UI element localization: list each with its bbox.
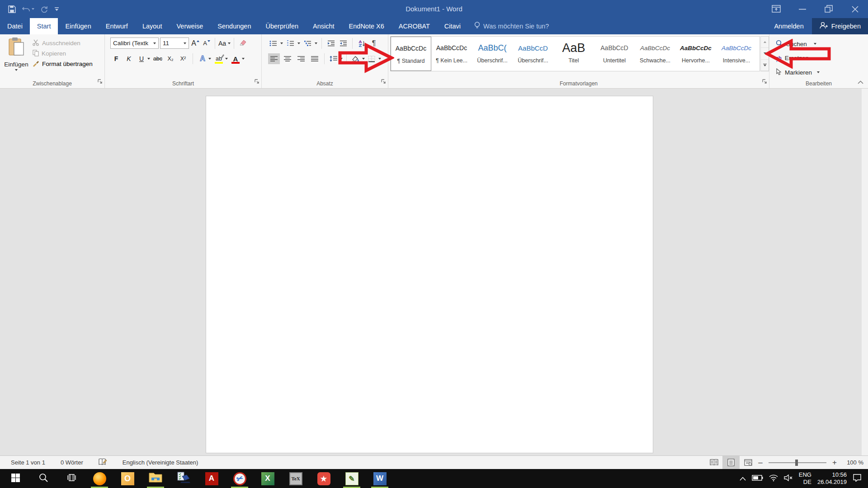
tab-citavi[interactable]: Citavi xyxy=(437,18,468,34)
task-view-button[interactable] xyxy=(61,469,82,488)
taskbar-app-excel[interactable]: X xyxy=(257,469,278,488)
schriftart-dialog-launcher-icon[interactable] xyxy=(255,78,259,86)
tab-datei[interactable]: Datei xyxy=(0,18,30,34)
tab-entwurf[interactable]: Entwurf xyxy=(99,18,135,34)
font-color-caret-icon[interactable] xyxy=(242,58,245,60)
line-spacing-icon[interactable] xyxy=(328,53,338,64)
highlight-button[interactable]: ab xyxy=(214,53,224,64)
zoom-in-button[interactable]: + xyxy=(831,458,838,467)
style-untertitel[interactable]: AaBbCcD Untertitel xyxy=(594,37,635,71)
italic-button[interactable]: K xyxy=(124,53,134,64)
superscript-button[interactable]: X² xyxy=(178,53,188,64)
print-layout-icon[interactable] xyxy=(722,456,740,469)
share-button[interactable]: Freigeben xyxy=(812,18,868,34)
tab-acrobat[interactable]: ACROBAT xyxy=(392,18,437,34)
decrease-indent-icon[interactable] xyxy=(326,38,336,49)
highlight-caret-icon[interactable] xyxy=(225,58,228,60)
word-count[interactable]: 0 Wörter xyxy=(61,459,83,466)
taskbar-app-acrobat-reader[interactable]: A xyxy=(201,469,222,488)
close-button[interactable] xyxy=(842,0,868,18)
language-status[interactable]: Englisch (Vereinigte Staaten) xyxy=(123,459,198,466)
taskbar-app-texmaker[interactable]: TeX xyxy=(285,469,307,488)
zoom-level[interactable]: 100 % xyxy=(838,459,863,466)
shrink-font-button[interactable]: A xyxy=(202,38,212,49)
action-center-icon[interactable] xyxy=(853,474,862,483)
underline-caret-icon[interactable] xyxy=(147,58,150,60)
tab-layout[interactable]: Layout xyxy=(135,18,170,34)
taskbar-app-wunderlist[interactable]: ★ xyxy=(313,469,335,488)
read-mode-icon[interactable] xyxy=(705,456,722,469)
clear-formatting-button[interactable] xyxy=(237,38,247,49)
copy-button[interactable]: Kopieren xyxy=(33,48,93,59)
style-ueberschrift-2[interactable]: AaBbCcD Überschrif... xyxy=(513,37,553,71)
sign-in-link[interactable]: Anmelden xyxy=(766,23,811,30)
start-button[interactable] xyxy=(5,469,26,488)
tray-chevron-icon[interactable] xyxy=(740,474,746,483)
restore-button[interactable] xyxy=(816,0,842,18)
document-page[interactable] xyxy=(206,96,653,453)
page-count[interactable]: Seite 1 von 1 xyxy=(11,459,45,466)
font-name-combo[interactable]: Calibri (Textk xyxy=(110,38,159,49)
style-intensive-hervorhebung[interactable]: AaBbCcDc Intensive... xyxy=(716,37,757,71)
taskbar-app-outlook[interactable]: O xyxy=(117,469,138,488)
tab-einfuegen[interactable]: Einfügen xyxy=(58,18,98,34)
taskbar-app-notepad-plus-plus[interactable]: ✎ xyxy=(341,469,363,488)
tab-start[interactable]: Start xyxy=(30,18,58,34)
multilevel-list-icon[interactable] xyxy=(302,38,312,49)
style-kein-leerraum[interactable]: AaBbCcDc ¶ Kein Lee... xyxy=(431,37,472,71)
taskbar-app-firefox[interactable] xyxy=(89,469,110,488)
numbering-caret-icon[interactable] xyxy=(297,42,300,44)
style-titel[interactable]: AaB Titel xyxy=(553,37,594,71)
web-layout-icon[interactable] xyxy=(740,456,757,469)
tab-ansicht[interactable]: Ansicht xyxy=(306,18,342,34)
taskbar-search-button[interactable] xyxy=(33,469,54,488)
proofing-icon[interactable] xyxy=(99,458,107,467)
zoom-slider[interactable] xyxy=(769,462,826,463)
absatz-dialog-launcher-icon[interactable] xyxy=(381,78,386,86)
numbering-icon[interactable] xyxy=(285,38,295,49)
grow-font-button[interactable]: A xyxy=(190,38,200,49)
tab-endnote[interactable]: EndNote X6 xyxy=(342,18,392,34)
format-painter-button[interactable]: Format übertragen xyxy=(33,59,93,69)
subscript-button[interactable]: X₂ xyxy=(165,53,175,64)
volume-muted-icon[interactable] xyxy=(784,474,793,483)
minimize-button[interactable] xyxy=(789,0,816,18)
taskbar-app-word[interactable]: W xyxy=(369,469,391,488)
align-left-button[interactable] xyxy=(268,53,280,64)
zoom-slider-handle[interactable] xyxy=(795,460,798,466)
bold-button[interactable]: F xyxy=(111,53,121,64)
text-effects-button[interactable]: A xyxy=(198,53,208,64)
style-ueberschrift-1[interactable]: AaBbC( Überschrif... xyxy=(472,37,513,71)
font-color-button[interactable]: A xyxy=(231,53,241,64)
change-case-button[interactable]: Aa xyxy=(218,38,231,49)
taskbar-app-file-explorer[interactable] xyxy=(145,469,166,488)
bullets-icon[interactable] xyxy=(268,38,278,49)
font-size-combo[interactable]: 11 xyxy=(160,38,189,49)
battery-icon[interactable] xyxy=(752,474,763,483)
wifi-icon[interactable] xyxy=(769,474,778,483)
align-center-button[interactable] xyxy=(282,53,293,64)
style-schwache-hervorhebung[interactable]: AaBbCcDc Schwache... xyxy=(635,37,675,71)
tab-verweise[interactable]: Verweise xyxy=(169,18,210,34)
taskbar-app-devices[interactable] xyxy=(173,469,194,488)
ribbon-display-options-icon[interactable] xyxy=(763,0,789,18)
vertical-scrollbar[interactable] xyxy=(861,89,868,455)
underline-button[interactable]: U xyxy=(137,53,146,64)
clock[interactable]: 10:56 26.04.2019 xyxy=(817,471,847,486)
collapse-ribbon-icon[interactable] xyxy=(858,78,863,86)
strikethrough-button[interactable]: abc xyxy=(153,53,163,64)
taskbar-app-snipping-tool[interactable]: ✂ xyxy=(229,469,250,488)
cut-button[interactable]: Ausschneiden xyxy=(33,38,93,48)
bullets-caret-icon[interactable] xyxy=(280,42,283,44)
zwischenablage-dialog-launcher-icon[interactable] xyxy=(98,78,103,86)
justify-button[interactable] xyxy=(309,53,321,64)
paste-button[interactable]: Einfügen xyxy=(4,37,29,79)
tab-ueberpruefen[interactable]: Überprüfen xyxy=(258,18,306,34)
align-right-button[interactable] xyxy=(295,53,307,64)
tell-me-box[interactable]: Was möchten Sie tun? xyxy=(468,18,555,34)
style-hervorhebung[interactable]: AaBbCcDc Hervorhe... xyxy=(675,37,716,71)
text-effects-caret-icon[interactable] xyxy=(208,58,211,60)
style-standard[interactable]: AaBbCcDc ¶ Standard xyxy=(391,37,431,71)
multilevel-caret-icon[interactable] xyxy=(315,42,317,44)
tab-sendungen[interactable]: Sendungen xyxy=(210,18,258,34)
